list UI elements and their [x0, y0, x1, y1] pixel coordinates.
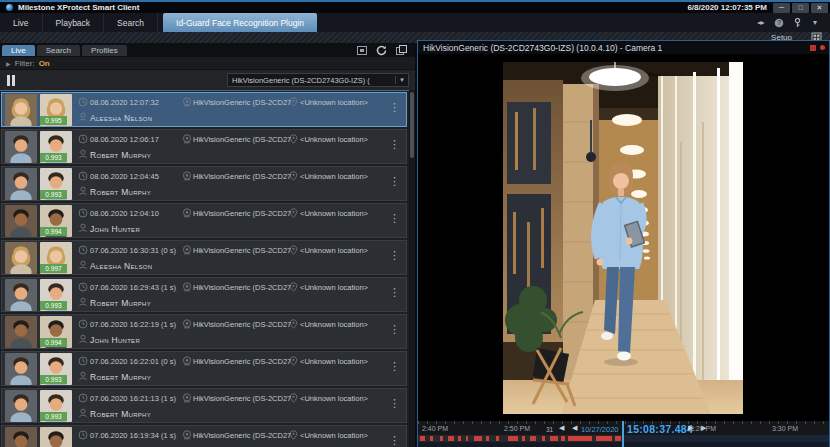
face-event-list: 0.995 08.06.2020 12:07:32 Aleesha Nelson…	[0, 90, 415, 447]
person-icon	[78, 112, 88, 122]
match-score-badge: 0.993	[40, 301, 67, 310]
match-score-badge: 0.993	[40, 412, 67, 421]
camera-icon	[182, 171, 192, 181]
filter-label: Filter:	[15, 59, 35, 68]
scrollbar-thumb[interactable]	[410, 92, 414, 158]
camera-name: HikVisionGeneric (DS-2CD2743G0-IZS	[193, 320, 291, 329]
camera-icon	[182, 393, 192, 403]
location-pin-icon	[289, 134, 299, 144]
recording-segment	[508, 436, 518, 441]
minimize-button[interactable]: ─	[773, 3, 790, 13]
event-time: 07.06.2020 16:22:19 (1 s)	[90, 320, 176, 329]
tab-live[interactable]: Live	[0, 13, 43, 32]
match-score-badge: 0.993	[40, 375, 67, 384]
row-menu-button[interactable]: ⋮	[389, 213, 400, 224]
timeline-tick-label: 3:20 PM	[690, 425, 716, 432]
face-event-row[interactable]: 0.997 07.06.2020 16:30:31 (0 s) Aleesha …	[1, 240, 407, 275]
event-location: <Unknown location>	[300, 98, 368, 107]
person-icon	[78, 371, 88, 381]
row-menu-button[interactable]: ⋮	[389, 361, 400, 372]
tab-search[interactable]: Search	[104, 13, 158, 32]
camera-icon	[182, 245, 192, 255]
recording-segment	[486, 436, 489, 441]
person-name: Aleesha Nelson	[90, 113, 152, 123]
close-button[interactable]: ✕	[811, 3, 828, 13]
face-event-row[interactable]: 0.993 07.06.2020 16:29:43 (1 s) Robert M…	[1, 277, 407, 312]
pause-stream-button[interactable]	[7, 75, 15, 86]
step-back-button[interactable]: ◀	[572, 424, 577, 432]
row-menu-button[interactable]: ⋮	[389, 250, 400, 261]
event-location: <Unknown location>	[300, 209, 368, 218]
clock-icon	[78, 393, 88, 403]
face-event-row[interactable]: 0.993 08.06.2020 12:06:17 Robert Murphy …	[1, 129, 407, 164]
row-menu-button[interactable]: ⋮	[389, 287, 400, 298]
person-icon	[78, 408, 88, 418]
face-event-row[interactable]: 0.995 08.06.2020 12:07:32 Aleesha Nelson…	[1, 92, 407, 127]
face-event-row[interactable]: 0.993 07.06.2020 16:21:13 (1 s) Robert M…	[1, 388, 407, 423]
window-mode-icon[interactable]	[357, 46, 367, 55]
refresh-icon[interactable]	[376, 45, 387, 56]
clock-icon	[78, 245, 88, 255]
face-event-row[interactable]: 0.993 07.06.2020 16:22:01 (0 s) Robert M…	[1, 351, 407, 386]
face-event-row[interactable]: 0.994 07.06.2020 16:22:19 (1 s) John Hun…	[1, 314, 407, 349]
row-menu-button[interactable]: ⋮	[389, 324, 400, 335]
recording-segment	[474, 436, 482, 441]
timeline-playhead[interactable]	[622, 421, 624, 447]
face-event-row[interactable]: 07.06.2020 16:19:34 (1 s) HikVisionGener…	[1, 425, 407, 447]
camera-name: HikVisionGeneric (DS-2CD2743G0-IZS	[193, 357, 291, 366]
event-location: <Unknown location>	[300, 394, 368, 403]
clock-icon	[78, 430, 88, 440]
face-event-row[interactable]: 0.994 08.06.2020 12:04:10 John Hunter Hi…	[1, 203, 407, 238]
event-time: 08.06.2020 12:04:45	[90, 172, 159, 181]
maximize-button[interactable]: □	[792, 3, 809, 13]
timeline-date[interactable]: 10/27/2020	[581, 425, 619, 434]
list-controls-row: HikVisionGeneric (DS-2CD2743G0-IZS) ( ▾	[0, 70, 415, 90]
timeline[interactable]: 31 ◀ ◀ 10/27/2020 15:08:37.484 ▶ ▶ 2:40 …	[418, 420, 829, 446]
person-name: Robert Murphy	[90, 150, 151, 160]
event-time: 08.06.2020 12:07:32	[90, 98, 159, 107]
tab-id-guard-face-recognition-plugin[interactable]: Id-Guard Face Recognition Plugin	[163, 13, 317, 32]
recording-segment	[530, 436, 536, 441]
event-time: 07.06.2020 16:22:01 (0 s)	[90, 357, 176, 366]
jet-status-icon[interactable]	[756, 18, 766, 28]
camera-name: HikVisionGeneric (DS-2CD2743G0-IZS	[193, 394, 291, 403]
filter-expander-icon[interactable]: ▶	[6, 60, 11, 67]
recording-indicator-icon	[820, 45, 825, 50]
clock-icon	[78, 134, 88, 144]
panel-tab-profiles[interactable]: Profiles	[82, 45, 127, 56]
camera-tile[interactable]: HikVisionGeneric (DS-2CD2743G0-IZS) (10.…	[417, 40, 830, 447]
tab-playback[interactable]: Playback	[43, 13, 105, 32]
event-location: <Unknown location>	[300, 246, 368, 255]
camera-name: HikVisionGeneric (DS-2CD2743G0-IZS	[193, 431, 291, 440]
clock-icon	[78, 356, 88, 366]
row-menu-button[interactable]: ⋮	[389, 435, 400, 446]
playhead-time: 15:08:37.484	[627, 423, 693, 435]
clock-datetime: 6/8/2020 12:07:35 PM	[687, 3, 767, 12]
chevron-down-icon[interactable]: ▾	[810, 18, 820, 28]
filter-row[interactable]: ▶ Filter: On	[0, 57, 415, 70]
clock-icon	[78, 319, 88, 329]
row-menu-button[interactable]: ⋮	[389, 139, 400, 150]
camera-icon	[182, 356, 192, 366]
row-menu-button[interactable]: ⋮	[389, 398, 400, 409]
match-score-badge: 0.994	[40, 338, 67, 347]
panel-tab-bar: LiveSearchProfiles	[0, 43, 415, 57]
captured-face-thumbnail	[5, 168, 37, 200]
camera-filter-value: HikVisionGeneric (DS-2CD2743G0-IZS) (	[228, 76, 395, 85]
recording-segment	[448, 436, 454, 441]
row-menu-button[interactable]: ⋮	[389, 102, 400, 113]
captured-face-thumbnail	[5, 131, 37, 163]
help-icon[interactable]: ?	[774, 18, 784, 28]
person-icon	[78, 334, 88, 344]
person-name: Robert Murphy	[90, 372, 151, 382]
camera-filter-dropdown[interactable]: HikVisionGeneric (DS-2CD2743G0-IZS) ( ▾	[227, 73, 409, 87]
location-pin-icon	[289, 430, 299, 440]
row-menu-button[interactable]: ⋮	[389, 176, 400, 187]
person-name: Robert Murphy	[90, 409, 151, 419]
skip-back-button[interactable]: ◀	[559, 424, 564, 432]
panel-tab-live[interactable]: Live	[2, 45, 35, 56]
face-event-row[interactable]: 0.993 08.06.2020 12:04:45 Robert Murphy …	[1, 166, 407, 201]
panel-tab-search[interactable]: Search	[37, 45, 80, 56]
key-login-icon[interactable]	[792, 18, 802, 28]
popout-window-icon[interactable]	[396, 45, 407, 55]
